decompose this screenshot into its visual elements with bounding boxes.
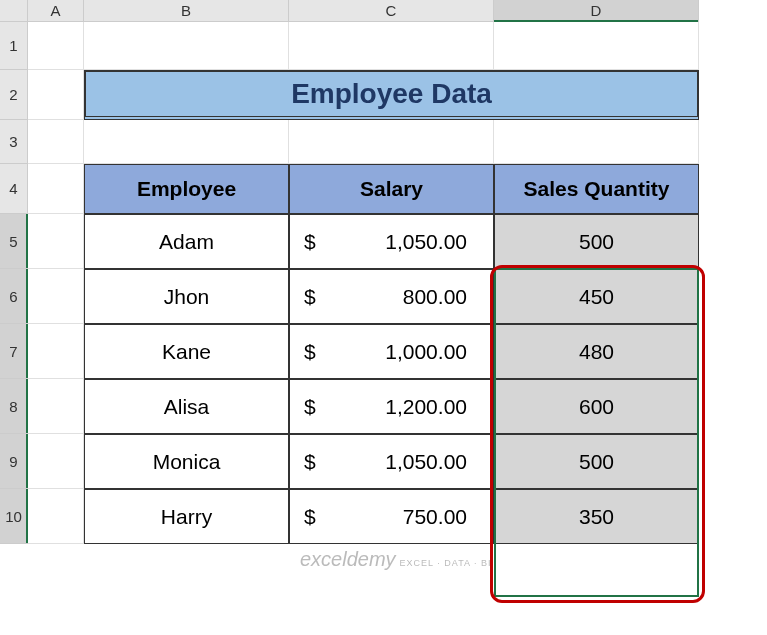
row-header-7[interactable]: 7: [0, 324, 28, 379]
row-5: 5 Adam $ 1,050.00 500: [0, 214, 767, 269]
row-1: 1: [0, 22, 767, 70]
currency-wrap: $ 1,000.00: [296, 340, 487, 364]
cell-a1[interactable]: [28, 22, 84, 70]
cell-a7[interactable]: [28, 324, 84, 379]
cell-c1[interactable]: [289, 22, 494, 70]
row-header-10[interactable]: 10: [0, 489, 28, 544]
cell-b1[interactable]: [84, 22, 289, 70]
cell-a4[interactable]: [28, 164, 84, 214]
currency-wrap: $ 1,050.00: [296, 450, 487, 474]
cell-d3[interactable]: [494, 120, 699, 164]
cell-salary-5[interactable]: $ 750.00: [289, 489, 494, 544]
select-all-corner[interactable]: [0, 0, 28, 22]
watermark: exceldemy EXCEL · DATA · BI: [300, 548, 491, 571]
cell-c3[interactable]: [289, 120, 494, 164]
row-8: 8 Alisa $ 1,200.00 600: [0, 379, 767, 434]
cell-employee-0[interactable]: Adam: [84, 214, 289, 269]
col-header-a[interactable]: A: [28, 0, 84, 22]
cell-a5[interactable]: [28, 214, 84, 269]
currency-symbol: $: [304, 340, 316, 364]
header-salary[interactable]: Salary: [289, 164, 494, 214]
cell-employee-4[interactable]: Monica: [84, 434, 289, 489]
row-6: 6 Jhon $ 800.00 450: [0, 269, 767, 324]
cell-employee-5[interactable]: Harry: [84, 489, 289, 544]
cell-employee-3[interactable]: Alisa: [84, 379, 289, 434]
cell-b3[interactable]: [84, 120, 289, 164]
cell-a9[interactable]: [28, 434, 84, 489]
row-header-2[interactable]: 2: [0, 70, 28, 120]
salary-value: 800.00: [403, 285, 467, 309]
row-2: 2 Employee Data: [0, 70, 767, 120]
currency-wrap: $ 800.00: [296, 285, 487, 309]
cell-sales-4[interactable]: 500: [494, 434, 699, 489]
cell-a8[interactable]: [28, 379, 84, 434]
row-header-9[interactable]: 9: [0, 434, 28, 489]
header-employee[interactable]: Employee: [84, 164, 289, 214]
row-9: 9 Monica $ 1,050.00 500: [0, 434, 767, 489]
cell-a3[interactable]: [28, 120, 84, 164]
salary-value: 1,200.00: [385, 395, 467, 419]
cell-a6[interactable]: [28, 269, 84, 324]
cell-salary-1[interactable]: $ 800.00: [289, 269, 494, 324]
salary-value: 1,050.00: [385, 450, 467, 474]
cell-sales-1[interactable]: 450: [494, 269, 699, 324]
row-3: 3: [0, 120, 767, 164]
watermark-sub: EXCEL · DATA · BI: [400, 558, 492, 568]
cell-salary-4[interactable]: $ 1,050.00: [289, 434, 494, 489]
row-header-1[interactable]: 1: [0, 22, 28, 70]
column-headers-row: A B C D: [0, 0, 767, 22]
cell-sales-3[interactable]: 600: [494, 379, 699, 434]
col-header-b[interactable]: B: [84, 0, 289, 22]
cell-sales-5[interactable]: 350: [494, 489, 699, 544]
row-header-4[interactable]: 4: [0, 164, 28, 214]
currency-symbol: $: [304, 450, 316, 474]
cell-a2[interactable]: [28, 70, 84, 120]
cell-salary-3[interactable]: $ 1,200.00: [289, 379, 494, 434]
row-4: 4 Employee Salary Sales Quantity: [0, 164, 767, 214]
row-header-6[interactable]: 6: [0, 269, 28, 324]
currency-wrap: $ 1,200.00: [296, 395, 487, 419]
cell-sales-0[interactable]: 500: [494, 214, 699, 269]
cell-salary-0[interactable]: $ 1,050.00: [289, 214, 494, 269]
row-header-3[interactable]: 3: [0, 120, 28, 164]
salary-value: 1,000.00: [385, 340, 467, 364]
cell-d1[interactable]: [494, 22, 699, 70]
currency-symbol: $: [304, 230, 316, 254]
currency-symbol: $: [304, 395, 316, 419]
row-header-5[interactable]: 5: [0, 214, 28, 269]
watermark-main: exceldemy: [300, 548, 396, 571]
row-header-8[interactable]: 8: [0, 379, 28, 434]
salary-value: 1,050.00: [385, 230, 467, 254]
currency-wrap: $ 1,050.00: [296, 230, 487, 254]
header-sales[interactable]: Sales Quantity: [494, 164, 699, 214]
currency-symbol: $: [304, 505, 316, 529]
currency-symbol: $: [304, 285, 316, 309]
col-header-c[interactable]: C: [289, 0, 494, 22]
cell-sales-2[interactable]: 480: [494, 324, 699, 379]
cell-salary-2[interactable]: $ 1,000.00: [289, 324, 494, 379]
spreadsheet: A B C D 1 2 Employee Data 3 4 Employee S…: [0, 0, 767, 544]
currency-wrap: $ 750.00: [296, 505, 487, 529]
cell-employee-2[interactable]: Kane: [84, 324, 289, 379]
row-7: 7 Kane $ 1,000.00 480: [0, 324, 767, 379]
salary-value: 750.00: [403, 505, 467, 529]
col-header-d[interactable]: D: [494, 0, 699, 22]
row-10: 10 Harry $ 750.00 350: [0, 489, 767, 544]
cell-a10[interactable]: [28, 489, 84, 544]
title-cell[interactable]: Employee Data: [84, 70, 699, 120]
cell-employee-1[interactable]: Jhon: [84, 269, 289, 324]
